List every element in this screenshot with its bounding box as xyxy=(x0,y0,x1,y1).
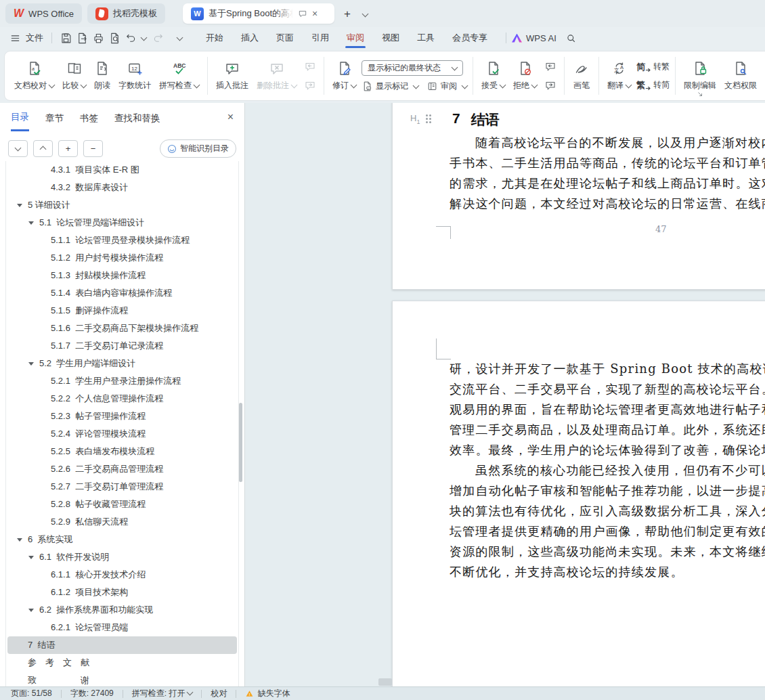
toc-item[interactable]: 6 系统实现 xyxy=(7,531,237,548)
toc-item[interactable]: 5.2.8 帖子收藏管理流程 xyxy=(7,496,237,513)
tab-docer-templates[interactable]: 找稻壳模板 xyxy=(87,3,165,24)
track-changes-button[interactable]: 修订 xyxy=(328,55,360,97)
menu-tab[interactable]: 引用 xyxy=(307,28,333,48)
toc-item[interactable]: 5.1.5 删评操作流程 xyxy=(7,302,237,320)
toc-item[interactable]: 5.2.5 表白墙发布模块流程 xyxy=(7,443,237,460)
page-indicator[interactable]: 页面: 51/58 xyxy=(11,688,52,699)
document-permission-button[interactable]: 文档权限 xyxy=(720,55,761,97)
menu-tab[interactable]: 会员专享 xyxy=(448,28,491,48)
group-expand-icon[interactable] xyxy=(697,91,703,97)
print-icon[interactable] xyxy=(90,30,106,46)
next-comment-icon[interactable] xyxy=(302,77,318,93)
document-text-line[interactable]: 交流平台、二手交易平台，实现了新型的高校论坛平台。该系统具 xyxy=(450,379,765,399)
document-text-line[interactable]: 效率。最终，学生用户的论坛体验得到了改善，确保论坛成为一个 xyxy=(450,440,765,460)
toc-zoom-in-button[interactable]: + xyxy=(58,140,78,157)
toc-item[interactable]: 5.2.2 个人信息管理操作流程 xyxy=(7,390,237,408)
toc-item[interactable]: 6.2.1 论坛管理员端 xyxy=(7,619,237,636)
toc-item[interactable]: 6.1 软件开发说明 xyxy=(7,548,237,566)
spell-check-indicator[interactable]: 拼写检查: 打开 xyxy=(132,688,193,699)
show-markup-button[interactable]: 显示标记 xyxy=(362,81,418,92)
proofread-button[interactable]: 校对 xyxy=(211,688,227,699)
document-text-line[interactable]: 不断优化，并支持高校论坛的持续发展。 xyxy=(450,562,765,582)
menu-tab[interactable]: 审阅 xyxy=(343,28,368,48)
sidebar-tab[interactable]: 书签 xyxy=(80,112,98,131)
toc-collapse-arrow[interactable] xyxy=(28,221,34,225)
horizontal-scrollbar[interactable] xyxy=(378,678,392,686)
toc-item[interactable]: 6.1.2 项目技术架构 xyxy=(7,584,237,601)
word-count-button[interactable]: 12 字数统计 xyxy=(114,55,155,97)
sidebar-scrollbar[interactable] xyxy=(239,403,242,482)
document-page-47[interactable]: H1 7结语 随着高校论坛平台的不断发展，以及用户逐渐对校内二手商品手书本、二手… xyxy=(392,103,765,290)
document-text-line[interactable]: 虽然系统的核心功能已经投入使用，但仍有不少可以改进的空 xyxy=(450,460,765,481)
close-tab-icon[interactable]: × xyxy=(312,8,318,19)
toc-collapse-arrow[interactable] xyxy=(17,538,22,542)
missing-font-warning[interactable]: ! 缺失字体 xyxy=(245,688,290,699)
sidebar-tab[interactable]: 查找和替换 xyxy=(114,112,160,131)
toc-item[interactable]: 5.2.3 帖子管理操作流程 xyxy=(7,408,237,425)
document-text-line[interactable]: 的需求，尤其是在处理论坛帖子和线上商品订单时。这对运营效率 xyxy=(450,173,765,194)
toc-item[interactable]: 6.2 操作系统界面和功能实现 xyxy=(7,601,237,619)
toc-item[interactable]: 5.2.1 学生用户登录注册操作流程 xyxy=(7,372,237,390)
document-text-line[interactable]: 研，设计并开发了一款基于 Spring Boot 技术的高校论坛交流系统 xyxy=(450,359,765,379)
toc-item[interactable]: 5.2 学生用户端详细设计 xyxy=(7,355,237,372)
to-traditional-button[interactable]: 简 转繁 xyxy=(636,61,670,73)
page2-paragraphs[interactable]: 研，设计并开发了一款基于 Spring Boot 技术的高校论坛交流系统交流平台… xyxy=(450,359,765,582)
toc-item[interactable]: 7 结语 xyxy=(7,636,237,654)
toc-collapse-arrow[interactable] xyxy=(28,362,34,366)
to-simplified-button[interactable]: 繁 转简 xyxy=(636,79,670,91)
menu-tab[interactable]: 页面 xyxy=(272,28,298,48)
toc-item[interactable]: 5.1 论坛管理员端详细设计 xyxy=(7,214,237,232)
toc-item[interactable]: 5.2.6 二手交易商品管理流程 xyxy=(7,460,237,478)
smart-toc-button[interactable]: 智能识别目录 xyxy=(160,139,236,158)
toc-item[interactable]: 5.1.1 论坛管理员登录模块操作流程 xyxy=(7,232,237,249)
print-preview-icon[interactable] xyxy=(106,30,123,46)
toolbar-dropdown-icon[interactable] xyxy=(177,34,183,41)
translate-button[interactable]: A文 翻译 xyxy=(603,55,635,97)
toc-item[interactable]: 5.2.4 评论管理模块流程 xyxy=(7,425,237,443)
page1-paragraph[interactable]: 随着高校论坛平台的不断发展，以及用户逐渐对校内二手商品手书本、二手生活用品等商品… xyxy=(450,133,765,214)
toc-item[interactable]: 5.2.9 私信聊天流程 xyxy=(7,513,237,531)
delete-comment-button[interactable]: 删除批注 xyxy=(253,55,301,97)
compare-button[interactable]: 比较 xyxy=(58,55,90,97)
sidebar-tab[interactable]: 章节 xyxy=(45,112,64,131)
new-tab-icon[interactable]: + xyxy=(344,8,351,20)
drag-handle-icon[interactable] xyxy=(426,114,431,123)
toc-collapse-arrow[interactable] xyxy=(28,609,34,612)
hamburger-icon[interactable] xyxy=(7,30,23,46)
document-text-line[interactable]: 增加自动化帖子审核和智能帖子推荐功能，以进一步提高运营效率 xyxy=(450,481,765,501)
document-proof-button[interactable]: a 文档校对 xyxy=(10,55,58,97)
review-pane-button[interactable]: 审阅 xyxy=(427,81,467,92)
document-text-line[interactable]: 观易用的界面，旨在帮助论坛管理者更高效地进行帖子和评论的管 xyxy=(450,399,765,420)
toc-item[interactable]: 5.2.7 二手交易订单管理流程 xyxy=(7,478,237,496)
menu-tab[interactable]: 开始 xyxy=(202,28,227,48)
next-change-icon[interactable] xyxy=(542,77,559,93)
tab-comment-icon[interactable] xyxy=(298,9,307,18)
toc-item[interactable]: 6.1.1 核心开发技术介绍 xyxy=(7,566,237,584)
save-icon[interactable] xyxy=(58,30,74,46)
pen-button[interactable]: 画笔 xyxy=(569,55,594,97)
reject-change-button[interactable]: 拒绝 xyxy=(509,55,541,97)
menu-tab[interactable]: 工具 xyxy=(413,28,439,48)
toc-collapse-arrow[interactable] xyxy=(28,556,34,559)
previous-change-icon[interactable] xyxy=(542,58,559,74)
undo-icon[interactable] xyxy=(123,30,139,46)
search-icon[interactable] xyxy=(563,30,580,46)
wps-ai-label[interactable]: WPS AI xyxy=(526,33,556,43)
toc-collapse-up-button[interactable] xyxy=(33,140,53,157)
toc-item[interactable]: 5.1.3 封贴模块操作流程 xyxy=(7,267,237,284)
sidebar-tab[interactable]: 目录 xyxy=(11,111,29,131)
h1-marker[interactable]: H1 xyxy=(410,113,431,125)
toc-item[interactable]: 5.1.2 用户封号模块操作流程 xyxy=(7,249,237,267)
close-sidebar-icon[interactable]: × xyxy=(227,111,234,127)
read-aloud-button[interactable]: 朗读 xyxy=(90,55,114,97)
menu-tab[interactable]: 插入 xyxy=(237,28,263,48)
document-text-line[interactable]: 块的算法也有待优化，应引入高级数据分析工具，深入分析用户行 xyxy=(450,501,765,521)
document-page-48[interactable]: 研，设计并开发了一款基于 Spring Boot 技术的高校论坛交流系统交流平台… xyxy=(392,301,765,686)
toc-item[interactable]: 致 谢 xyxy=(7,672,237,686)
document-text-line[interactable]: 手书本、二手生活用品等商品，传统的论坛平台和订单管理方式已 xyxy=(450,153,765,173)
tab-document[interactable]: W 基于Spring Boot的高校论坛交流 × xyxy=(183,3,334,24)
toc-item[interactable]: 4.3.2 数据库表设计 xyxy=(7,179,237,196)
tab-list-dropdown-icon[interactable] xyxy=(360,8,368,20)
tab-wps-office[interactable]: W WPS Office xyxy=(5,3,82,24)
toc-expand-down-button[interactable] xyxy=(8,140,28,157)
